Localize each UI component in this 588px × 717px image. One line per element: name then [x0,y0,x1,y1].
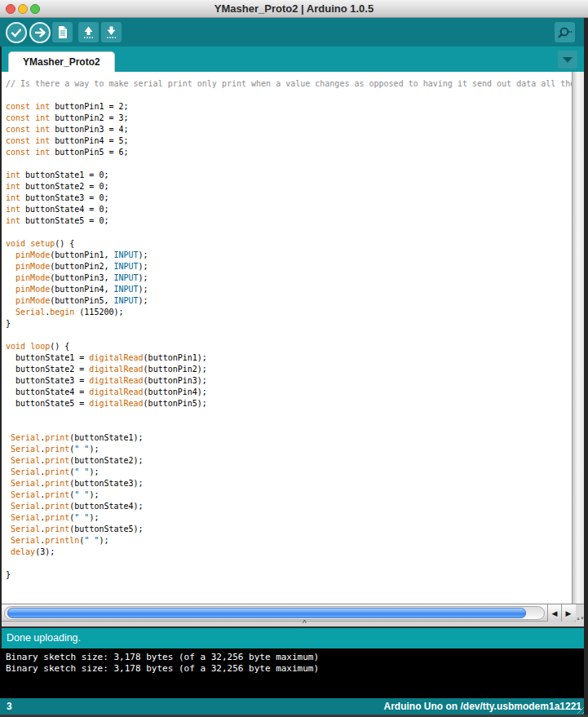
window-title: YMasher_Proto2 | Arduino 1.0.5 [0,0,588,17]
status-message: Done uploading. [7,632,81,644]
triangle-down-icon [563,57,573,63]
code-line: pinMode(buttonPin2, INPUT); [6,261,570,272]
code-line [6,330,570,341]
check-icon [10,26,23,39]
zoom-button[interactable] [30,4,40,14]
document-icon [56,25,69,39]
code-line: buttonState1 = digitalRead(buttonPin1); [6,352,570,364]
magnifier-icon [557,25,573,39]
code-line: Serial.print(" "); [6,467,570,478]
hscroll-thumb[interactable] [7,608,526,618]
scroll-left-icon: ◀ [552,609,558,617]
tab-menu-button[interactable] [558,51,577,69]
code-line: Serial.print(buttonState5); [6,524,570,535]
code-line: buttonState4 = digitalRead(buttonPin4); [6,387,570,398]
arrow-down-icon [104,25,118,39]
horizontal-scrollbar: ◀ ▶ ▲▼ [0,604,588,622]
serial-monitor-button[interactable] [555,22,575,42]
code-line: void setup() { [6,238,570,250]
code-line: int buttonState4 = 0; [6,204,570,215]
console-line: Binary sketch size: 3,178 bytes (of a 32… [6,663,588,675]
upload-button[interactable] [29,22,51,43]
code-line: Serial.print(" "); [6,444,570,455]
code-lines: // Is there a way to make serial print o… [6,78,570,581]
footer-bar: 3 Arduino Uno on /dev/tty.usbmodem1a1221 [0,698,588,715]
code-line [6,90,570,101]
console-output: Binary sketch size: 3,178 bytes (of a 32… [0,648,588,698]
code-line: pinMode(buttonPin3, INPUT); [6,272,570,284]
tab-strip: YMasher_Proto2 [0,46,588,72]
code-line: int buttonState3 = 0; [6,193,570,204]
code-line: int buttonState5 = 0; [6,215,570,227]
title-bar: YMasher_Proto2 | Arduino 1.0.5 [0,0,588,18]
code-line: Serial.print(" "); [6,512,570,524]
arrow-right-icon [33,26,46,39]
code-line: Serial.print(buttonState4); [6,501,570,512]
console-line: Binary sketch size: 3,178 bytes (of a 32… [6,652,588,663]
code-line: const int buttonPin5 = 6; [6,147,570,158]
splitter-caret-icon: ^ [303,619,307,628]
code-editor[interactable]: // Is there a way to make serial print o… [0,72,588,604]
code-line: buttonState2 = digitalRead(buttonPin2); [6,364,570,375]
code-line: pinMode(buttonPin1, INPUT); [6,250,570,261]
code-line: } [6,318,570,330]
code-line: void loop() { [6,341,570,352]
code-line [6,421,570,432]
code-line: int buttonState1 = 0; [6,170,570,181]
code-line: const int buttonPin3 = 4; [6,124,570,135]
scrollbar-corner: ▲▼ [576,604,584,622]
tab-ymasher-proto2[interactable]: YMasher_Proto2 [8,51,115,72]
code-line: Serial.print(buttonState1); [6,432,570,444]
code-line: int buttonState2 = 0; [6,181,570,193]
code-line: delay(3); [6,547,570,558]
pane-splitter[interactable]: ^ [0,622,588,628]
code-line: pinMode(buttonPin5, INPUT); [6,295,570,307]
open-sketch-button[interactable] [78,22,99,42]
verify-button[interactable] [6,22,27,43]
close-button[interactable] [6,4,15,14]
line-number-indicator: 3 [7,698,12,715]
code-line: const int buttonPin2 = 3; [6,113,570,124]
code-line: Serial.print(buttonState3); [6,478,570,489]
code-line: Serial.print(" "); [6,489,570,501]
window-right-edge [584,18,588,715]
vertical-scrollbar[interactable] [572,72,584,604]
code-line [6,558,570,569]
code-line [6,227,570,238]
toolbar [0,18,588,46]
code-line: Serial.print(buttonState2); [6,455,570,467]
save-sketch-button[interactable] [101,22,122,42]
minimize-button[interactable] [18,4,28,14]
code-line: Serial.begin (115200); [6,307,570,318]
mini-scroll-arrows-icon: ▲▼ [576,616,584,621]
code-line [6,409,570,421]
board-port-label: Arduino Uno on /dev/tty.usbmodem1a1221 [384,698,581,715]
status-bar: Done uploading. [0,628,588,648]
code-line [6,158,570,170]
scroll-right-icon: ▶ [566,609,572,617]
code-line: // Is there a way to make serial print o… [6,78,570,90]
new-sketch-button[interactable] [52,22,73,42]
code-line: const int buttonPin4 = 5; [6,135,570,147]
code-line: } [6,569,570,581]
code-line: pinMode(buttonPin4, INPUT); [6,284,570,295]
hscroll-track[interactable] [4,606,545,620]
code-line: Serial.println(" "); [6,535,570,547]
arrow-up-icon [82,25,95,39]
scroll-left-button[interactable]: ◀ [547,604,561,622]
code-line: buttonState3 = digitalRead(buttonPin3); [6,375,570,387]
scroll-right-button[interactable]: ▶ [561,604,575,622]
window-left-edge [0,46,2,648]
code-line: buttonState5 = digitalRead(buttonPin5); [6,398,570,409]
code-line: const int buttonPin1 = 2; [6,101,570,113]
